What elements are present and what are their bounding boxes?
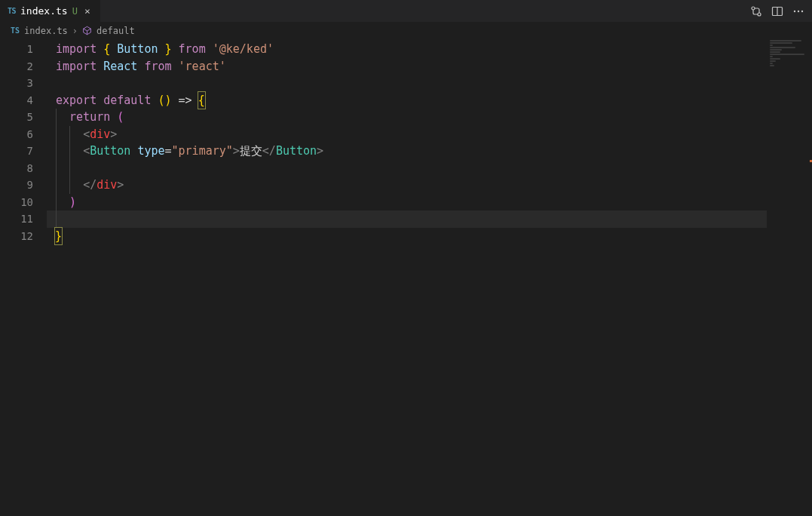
bracket-match: }	[55, 228, 62, 245]
code-line[interactable]: return (	[47, 109, 812, 126]
svg-point-1	[758, 13, 761, 16]
line-number: 9	[0, 177, 47, 194]
code-line[interactable]: import { Button } from '@ke/ked'	[47, 41, 812, 58]
code-line[interactable]: )	[47, 194, 812, 211]
minimap[interactable]	[767, 39, 812, 516]
line-number: 5	[0, 109, 47, 126]
typescript-icon: TS	[8, 7, 16, 15]
code-line[interactable]: }	[47, 228, 812, 245]
tab-filename: index.ts	[20, 5, 68, 17]
line-number: 3	[0, 75, 47, 92]
line-number: 10	[0, 194, 47, 211]
bracket-match: {	[198, 92, 205, 109]
tab-bar-actions	[743, 0, 812, 22]
breadcrumb-symbol[interactable]: default	[97, 26, 135, 36]
line-number: 12	[0, 228, 47, 245]
breadcrumb-file[interactable]: index.ts	[24, 26, 68, 36]
git-status-marker: U	[72, 6, 78, 17]
line-number: 8	[0, 160, 47, 177]
close-icon[interactable]: ×	[82, 5, 93, 17]
code-line[interactable]: import React from 'react'	[47, 58, 812, 75]
line-number: 11	[0, 210, 47, 228]
line-number-gutter: 1 2 3 4 5 6 7 8 9 10 11 12	[0, 39, 47, 516]
breadcrumb[interactable]: TS index.ts › default	[0, 23, 812, 39]
code-line[interactable]: <Button type="primary">提交</Button>	[47, 143, 812, 160]
compare-changes-icon[interactable]	[750, 5, 762, 17]
line-number: 2	[0, 58, 47, 75]
symbol-module-icon	[82, 26, 92, 35]
typescript-icon: TS	[11, 26, 20, 35]
code-line[interactable]: </div>	[47, 177, 812, 194]
svg-point-5	[798, 10, 799, 11]
tab-index-ts[interactable]: TS index.ts U ×	[0, 0, 101, 22]
chevron-right-icon: ›	[72, 26, 78, 36]
svg-point-0	[752, 7, 755, 10]
svg-point-6	[801, 10, 803, 11]
line-number: 7	[0, 143, 47, 160]
svg-point-4	[794, 10, 795, 11]
line-number: 1	[0, 41, 47, 58]
split-editor-icon[interactable]	[771, 5, 783, 17]
code-line[interactable]: export default () => {	[47, 92, 812, 109]
code-line[interactable]	[47, 75, 812, 92]
editor-body: 1 2 3 4 5 6 7 8 9 10 11 12 import { Butt…	[0, 39, 812, 516]
more-actions-icon[interactable]	[792, 5, 804, 17]
code-line[interactable]: <div>	[47, 126, 812, 143]
code-area[interactable]: import { Button } from '@ke/ked' import …	[47, 39, 812, 516]
code-line[interactable]	[47, 160, 812, 177]
line-number: 6	[0, 126, 47, 143]
editor-tab-bar: TS index.ts U ×	[0, 0, 812, 23]
line-number: 4	[0, 92, 47, 109]
code-line-current[interactable]	[47, 210, 812, 228]
